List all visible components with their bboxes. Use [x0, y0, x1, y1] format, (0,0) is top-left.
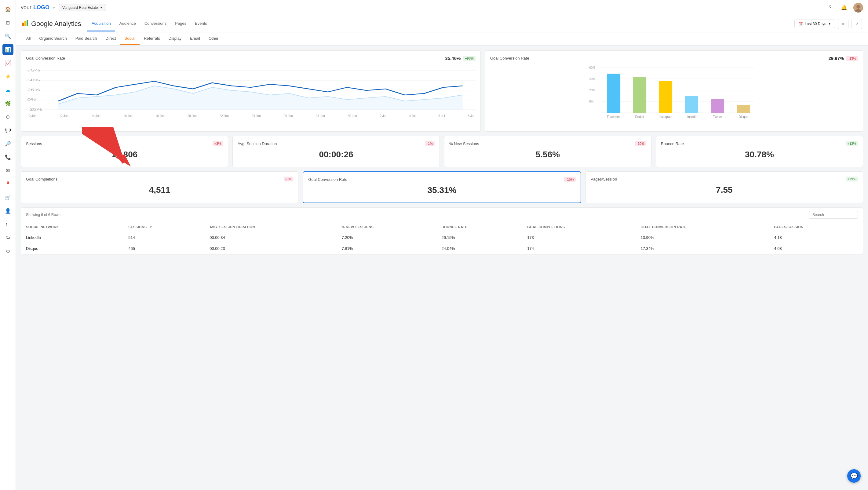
col-conversion-rate: GOAL CONVERSION RATE: [636, 222, 769, 232]
subtab-referrals[interactable]: Referrals: [140, 32, 164, 45]
notification-icon[interactable]: 🔔: [839, 3, 849, 12]
table-header-row: Showing 6 of 6 Rows: [21, 208, 863, 222]
col-avg-duration: AVG. SESSION DURATION: [205, 222, 337, 232]
goal-conversion-title: Goal Conversion Rate: [308, 177, 347, 182]
calendar-icon: 📅: [798, 22, 803, 26]
cell-duration-1: 00:00:23: [205, 243, 337, 254]
svg-text:Twitter: Twitter: [713, 115, 722, 119]
goal-conversion-value: 35.31%: [308, 185, 576, 197]
svg-rect-5: [27, 20, 28, 26]
line-chart-area: 75% 50% 25% 0% -25% 10 Jun 1: [26, 64, 475, 118]
sidebar-settings-icon[interactable]: ⚙: [2, 246, 13, 256]
sidebar: 🏠 ⊞ 🔍 📊 📈 ⚡ ☁ 🌿 ⊙ 💬 🔎 📞 ✉ 📍 🛒 👤 🏷 🗂 ⚙: [0, 0, 16, 490]
sidebar-mail-icon[interactable]: ✉: [2, 165, 13, 176]
goal-completions-header: Goal Completions -8%: [26, 177, 293, 181]
date-picker-button[interactable]: 📅 Last 30 Days ▼: [795, 20, 835, 28]
linkedin-bar: [685, 96, 698, 113]
line-chart-svg: 75% 50% 25% 0% -25%: [26, 64, 475, 113]
sidebar-cart-icon[interactable]: 🛒: [2, 192, 13, 203]
tab-conversions[interactable]: Conversions: [140, 16, 171, 31]
new-sessions-badge: -10%: [635, 141, 646, 146]
col-bounce-rate: BOUNCE RATE: [437, 222, 523, 232]
sidebar-lightning-icon[interactable]: ⚡: [2, 71, 13, 82]
data-table: SOCIAL NETWORK SESSIONS ▼ AVG. SESSION D…: [21, 222, 863, 254]
sort-icon[interactable]: ▼: [149, 225, 152, 229]
sidebar-phone-icon[interactable]: 📞: [2, 152, 13, 162]
line-chart-card: Goal Conversion Rate 35.46% +98%: [21, 51, 481, 132]
x-axis-labels: 10 Jun 12 Jun 14 Jun 16 Jun 18 Jun 20 Ju…: [26, 114, 475, 118]
nav-tabs: Acquisition Audience Conversions Pages E…: [87, 16, 795, 31]
avg-session-value: 00:00:26: [238, 150, 435, 162]
bar-chart-svg: 60% 40% 20% 0% Facebook Reddit Instagram: [490, 64, 858, 126]
twitter-bar: [711, 99, 724, 113]
help-icon[interactable]: ?: [825, 3, 835, 12]
sidebar-salesforce-icon[interactable]: ☁: [2, 84, 13, 95]
sidebar-tag-icon[interactable]: 🏷: [2, 219, 13, 230]
avatar[interactable]: [853, 3, 863, 12]
sidebar-database-icon[interactable]: 🗂: [2, 232, 13, 243]
disqus-bar: [737, 105, 750, 113]
data-table-container: Showing 6 of 6 Rows SOCIAL NETWORK SESSI…: [21, 208, 863, 254]
sidebar-circle-icon[interactable]: ⊙: [2, 111, 13, 122]
bar-chart-area: 60% 40% 20% 0% Facebook Reddit Instagram: [490, 64, 858, 126]
chat-bubble[interactable]: 💬: [847, 469, 861, 483]
goal-conversion-card: Goal Conversion Rate -15% 35.31%: [303, 172, 581, 203]
subtab-email[interactable]: Email: [186, 32, 204, 45]
table-search-input[interactable]: [809, 211, 858, 219]
line-chart-title: Goal Conversion Rate: [26, 56, 65, 60]
col-completions: GOAL COMPLETIONS: [522, 222, 636, 232]
sidebar-search-icon[interactable]: 🔍: [2, 31, 13, 41]
subtab-display[interactable]: Display: [164, 32, 186, 45]
logo: your LOGO TM: [21, 4, 55, 11]
svg-text:Reddit: Reddit: [635, 115, 644, 119]
tab-acquisition[interactable]: Acquisition: [87, 16, 115, 31]
svg-marker-16: [58, 86, 463, 110]
tab-audience[interactable]: Audience: [115, 16, 140, 31]
cell-conversion-1: 17.34%: [636, 243, 769, 254]
subtab-paid[interactable]: Paid Search: [71, 32, 101, 45]
cell-bounce-1: 24.04%: [437, 243, 523, 254]
sidebar-search2-icon[interactable]: 🔎: [2, 138, 13, 149]
sidebar-chat-icon[interactable]: 💬: [2, 125, 13, 135]
cell-new-sessions-1: 7.81%: [337, 243, 437, 254]
bar-chart-badge: -13%: [846, 56, 858, 61]
sub-tabs: All Organic Search Paid Search Direct So…: [16, 32, 868, 45]
bar-chart-title: Goal Conversion Rate: [490, 56, 529, 60]
col-social-network: SOCIAL NETWORK: [21, 222, 123, 232]
tab-events[interactable]: Events: [191, 16, 211, 31]
cell-sessions-1: 465: [123, 243, 205, 254]
date-range-label: Last 30 Days: [805, 22, 826, 26]
header-actions: 📅 Last 30 Days ▼ ≡ ↗: [795, 19, 862, 29]
subtab-other[interactable]: Other: [204, 32, 223, 45]
svg-text:40%: 40%: [589, 77, 595, 81]
ga-bar-icon: [22, 20, 29, 28]
cell-sessions-0: 514: [123, 232, 205, 243]
showing-rows-text: Showing 6 of 6 Rows: [26, 213, 60, 217]
columns-icon[interactable]: ≡: [838, 19, 848, 29]
subtab-social[interactable]: Social: [120, 32, 140, 45]
logo-logo: LOGO: [33, 4, 50, 11]
sidebar-home-icon[interactable]: 🏠: [2, 4, 13, 15]
line-chart-value: 35.46%: [445, 56, 461, 61]
bar-chart-card: Goal Conversion Rate 29.97% -13%: [485, 51, 863, 132]
logo-tm: TM: [51, 6, 55, 9]
sidebar-analytics-icon[interactable]: 📊: [2, 44, 13, 55]
svg-text:75%: 75%: [27, 69, 40, 72]
client-selector[interactable]: Vanguard Real Estate ▼: [59, 4, 106, 11]
col-pages: PAGES/SESSION: [769, 222, 863, 232]
share-icon[interactable]: ↗: [851, 19, 862, 29]
pages-session-badge: +79%: [846, 177, 858, 181]
sidebar-grid-icon[interactable]: ⊞: [2, 17, 13, 28]
sidebar-leaf-icon[interactable]: 🌿: [2, 98, 13, 109]
sidebar-location-icon[interactable]: 📍: [2, 178, 13, 189]
cell-completions-1: 174: [522, 243, 636, 254]
subtab-direct[interactable]: Direct: [101, 32, 120, 45]
sidebar-chart-icon[interactable]: 📈: [2, 57, 13, 68]
subtab-all[interactable]: All: [22, 32, 35, 45]
avg-session-badge: -1%: [425, 141, 435, 146]
subtab-organic[interactable]: Organic Search: [35, 32, 71, 45]
svg-rect-4: [25, 21, 26, 26]
tab-pages[interactable]: Pages: [171, 16, 191, 31]
sidebar-users-icon[interactable]: 👤: [2, 205, 13, 216]
cell-network-0: LinkedIn: [21, 232, 123, 243]
